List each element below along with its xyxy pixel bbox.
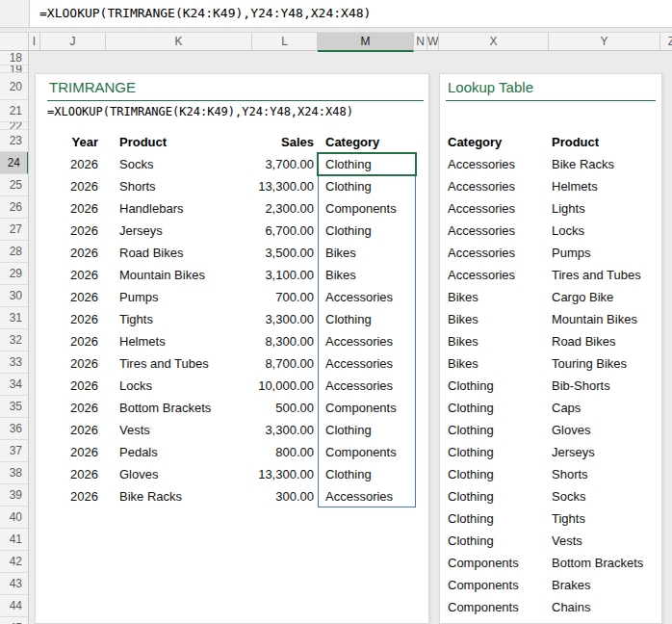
sales-cell[interactable]: 300.00 — [254, 485, 314, 507]
lookup-category-cell[interactable]: Accessories — [448, 220, 552, 242]
lookup-category-cell[interactable]: Components — [448, 574, 552, 596]
lookup-row[interactable]: Accessories Locks — [440, 220, 661, 242]
lookup-product-cell[interactable]: Caps — [552, 397, 659, 419]
lookup-row[interactable]: Accessories Bike Racks — [440, 153, 661, 175]
column-header-Z[interactable]: Z — [660, 33, 672, 51]
row-header-18[interactable]: 18 — [0, 51, 29, 65]
lookup-row[interactable]: Clothing Vests — [440, 530, 661, 552]
lookup-category-cell[interactable]: Clothing — [448, 419, 552, 441]
lookup-product-cell[interactable]: Socks — [552, 485, 659, 507]
lookup-category-cell[interactable]: Accessories — [448, 242, 552, 264]
lookup-category-cell[interactable]: Accessories — [448, 197, 552, 220]
row-header-45[interactable]: 45 — [0, 617, 29, 624]
lookup-row[interactable]: Clothing Bib-Shorts — [440, 375, 661, 397]
category-cell[interactable]: Clothing — [322, 220, 413, 242]
lookup-category-header[interactable]: Category — [448, 131, 552, 153]
sales-cell[interactable]: 3,500.00 — [254, 242, 314, 264]
row-header-34[interactable]: 34 — [0, 374, 29, 396]
table-row[interactable]: 2026 Bottom Brackets 500.00 Components — [36, 397, 428, 419]
product-header[interactable]: Product — [119, 131, 254, 153]
lookup-row[interactable]: Clothing Caps — [440, 397, 661, 419]
lookup-row[interactable]: Components Brakes — [440, 574, 661, 596]
row-header-42[interactable]: 42 — [0, 551, 29, 573]
sales-cell[interactable]: 700.00 — [254, 286, 314, 308]
row-header-41[interactable]: 41 — [0, 529, 29, 551]
category-cell[interactable]: Accessories — [322, 485, 413, 507]
sales-cell[interactable]: 3,300.00 — [254, 419, 314, 441]
year-cell[interactable]: 2026 — [45, 485, 98, 507]
row-header-43[interactable]: 43 — [0, 573, 29, 595]
table-row[interactable]: 2026 Locks 10,000.00 Accessories — [36, 375, 428, 397]
lookup-product-cell[interactable]: Road Bikes — [552, 330, 659, 352]
lookup-row[interactable]: Accessories Helmets — [440, 175, 661, 197]
category-cell[interactable]: Accessories — [322, 330, 413, 352]
row-header-19[interactable]: 19 — [0, 65, 29, 73]
row-header-38[interactable]: 38 — [0, 462, 29, 484]
category-cell[interactable]: Components — [322, 397, 413, 419]
year-cell[interactable]: 2026 — [45, 375, 98, 397]
lookup-category-cell[interactable]: Components — [448, 596, 552, 618]
lookup-product-cell[interactable]: Jerseys — [552, 441, 659, 463]
year-cell[interactable]: 2026 — [45, 352, 98, 375]
lookup-category-cell[interactable]: Clothing — [448, 375, 552, 397]
select-all-corner[interactable] — [0, 33, 29, 51]
sales-cell[interactable]: 3,100.00 — [254, 264, 314, 286]
column-header-X[interactable]: X — [439, 33, 549, 51]
formula-input[interactable]: =XLOOKUP(TRIMRANGE(K24:K49),Y24:Y48,X24:… — [30, 0, 672, 27]
product-cell[interactable]: Tires and Tubes — [119, 352, 254, 375]
year-cell[interactable]: 2026 — [45, 242, 98, 264]
table-row[interactable]: 2026 Pumps 700.00 Accessories — [36, 286, 428, 308]
year-cell[interactable]: 2026 — [45, 330, 98, 352]
lookup-product-cell[interactable]: Handlebars — [552, 618, 659, 624]
category-cell[interactable]: Bikes — [322, 264, 413, 286]
row-header-23[interactable]: 23 — [0, 130, 29, 152]
lookup-category-cell[interactable]: Components — [448, 618, 552, 624]
row-header-24[interactable]: 24 — [0, 152, 29, 174]
product-cell[interactable]: Locks — [119, 375, 254, 397]
sales-cell[interactable]: 3,700.00 — [254, 153, 314, 175]
category-cell[interactable]: Clothing — [322, 419, 413, 441]
category-cell[interactable]: Clothing — [322, 308, 413, 330]
product-cell[interactable]: Vests — [119, 419, 254, 441]
product-cell[interactable]: Bottom Brackets — [119, 397, 254, 419]
sales-header[interactable]: Sales — [254, 131, 314, 153]
lookup-product-cell[interactable]: Shorts — [552, 463, 659, 485]
product-cell[interactable]: Tights — [119, 308, 254, 330]
column-header-I[interactable]: I — [29, 33, 40, 51]
lookup-product-cell[interactable]: Pumps — [552, 242, 659, 264]
column-header-J[interactable]: J — [40, 33, 106, 51]
row-header-44[interactable]: 44 — [0, 595, 29, 617]
row-header-25[interactable]: 25 — [0, 174, 29, 196]
table-row[interactable]: 2026 Socks 3,700.00 Clothing — [36, 153, 428, 175]
sales-cell[interactable]: 2,300.00 — [254, 197, 314, 220]
row-header-28[interactable]: 28 — [0, 241, 29, 263]
lookup-category-cell[interactable]: Clothing — [448, 485, 552, 507]
table-row[interactable]: 2026 Bike Racks 300.00 Accessories — [36, 485, 428, 507]
table-row[interactable]: 2026 Jerseys 6,700.00 Clothing — [36, 220, 428, 242]
year-cell[interactable]: 2026 — [45, 397, 98, 419]
year-cell[interactable]: 2026 — [45, 153, 98, 175]
row-header-32[interactable]: 32 — [0, 329, 29, 351]
row-header-21[interactable]: 21 — [0, 100, 29, 122]
table-row[interactable]: 2026 Shorts 13,300.00 Clothing — [36, 175, 428, 197]
year-cell[interactable]: 2026 — [45, 308, 98, 330]
sales-cell[interactable]: 3,300.00 — [254, 308, 314, 330]
lookup-category-cell[interactable]: Clothing — [448, 441, 552, 463]
row-header-26[interactable]: 26 — [0, 196, 29, 219]
row-header-22[interactable]: 22 — [0, 122, 29, 130]
column-header-M[interactable]: M — [318, 33, 414, 52]
row-header-31[interactable]: 31 — [0, 307, 29, 329]
category-cell[interactable]: Clothing — [322, 463, 413, 485]
product-cell[interactable]: Gloves — [119, 463, 254, 485]
category-cell[interactable]: Clothing — [322, 153, 413, 175]
lookup-category-cell[interactable]: Clothing — [448, 530, 552, 552]
lookup-row[interactable]: Bikes Cargo Bike — [440, 286, 661, 308]
formula-cell[interactable]: =XLOOKUP(TRIMRANGE(K24:K49),Y24:Y48,X24:… — [47, 101, 353, 123]
lookup-category-cell[interactable]: Bikes — [448, 286, 552, 308]
lookup-product-cell[interactable]: Bib-Shorts — [552, 375, 659, 397]
lookup-product-header[interactable]: Product — [552, 131, 659, 153]
table-row[interactable]: 2026 Mountain Bikes 3,100.00 Bikes — [36, 264, 428, 286]
row-header-20[interactable]: 20 — [0, 73, 29, 100]
category-cell[interactable]: Clothing — [322, 175, 413, 197]
product-cell[interactable]: Helmets — [119, 330, 254, 352]
